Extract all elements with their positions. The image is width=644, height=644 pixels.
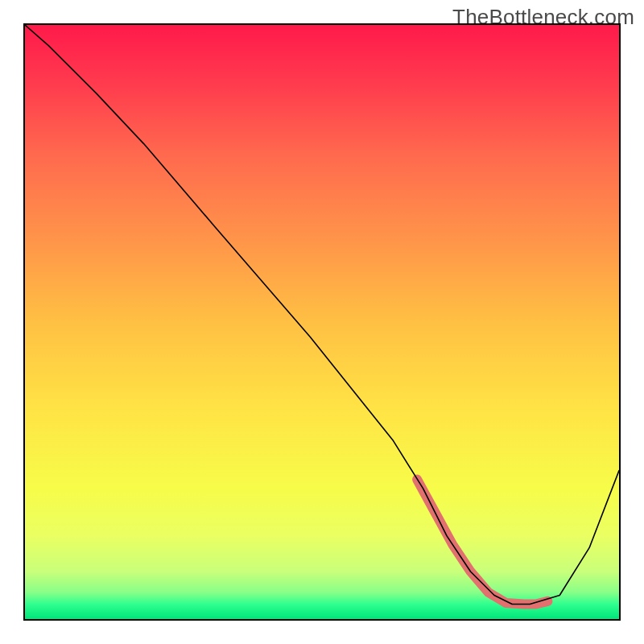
chart-canvas: TheBottleneck.com [0, 0, 644, 644]
plot-frame [23, 23, 621, 621]
plot-svg [25, 25, 619, 619]
background-gradient [25, 25, 619, 619]
